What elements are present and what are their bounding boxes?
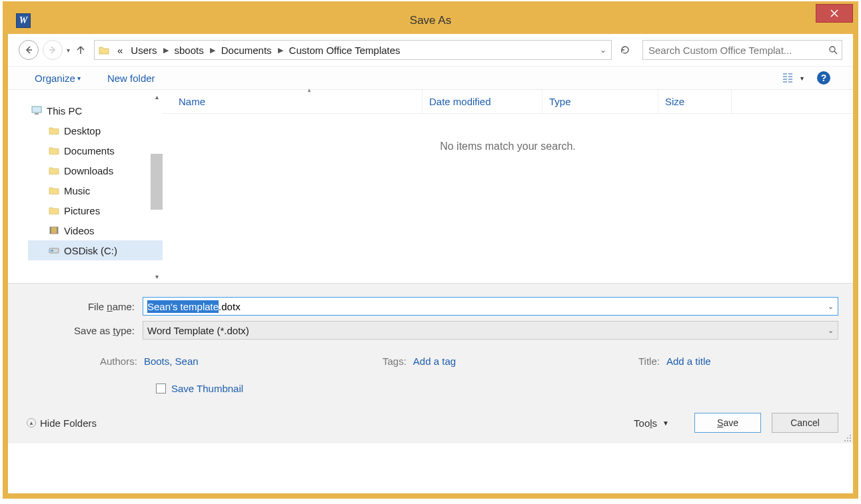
- back-button[interactable]: [19, 40, 39, 60]
- col-date[interactable]: Date modified: [423, 90, 542, 113]
- title-label: Title:: [638, 356, 660, 367]
- svg-rect-9: [32, 107, 41, 113]
- sidebar: This PC Desktop Documents Downloads Musi…: [8, 90, 163, 283]
- tree-label: Desktop: [64, 125, 101, 136]
- saveastype-value: Word Template (*.dotx): [147, 325, 249, 336]
- word-app-icon: [16, 13, 31, 28]
- svg-rect-15: [51, 250, 53, 252]
- pc-icon: [31, 105, 43, 117]
- breadcrumb-templates[interactable]: Custom Office Templates: [285, 45, 405, 56]
- scroll-thumb[interactable]: [151, 154, 163, 210]
- filename-label: File name:: [23, 301, 143, 312]
- nav-row: ▾ « Users ▶ sboots ▶ Documents ▶ Custom …: [8, 34, 853, 66]
- breadcrumb-prefix: «: [113, 45, 127, 56]
- tree-documents[interactable]: Documents: [28, 140, 163, 160]
- empty-message: No items match your search.: [163, 114, 853, 283]
- scroll-down-icon[interactable]: ▾: [151, 270, 163, 283]
- sidebar-scrollbar[interactable]: ▴ ▾: [151, 90, 163, 283]
- column-headers: ▲Name Date modified Type Size: [163, 90, 853, 114]
- search-input[interactable]: [647, 44, 828, 57]
- toolbar: Organize▾ New folder ▾ ?: [8, 66, 853, 90]
- refresh-button[interactable]: [616, 40, 634, 60]
- save-as-dialog: Save As ▾ « Users ▶ sboots ▶ Documents ▶…: [3, 1, 858, 499]
- search-icon: [828, 45, 838, 55]
- col-type[interactable]: Type: [542, 90, 658, 113]
- tree-desktop[interactable]: Desktop: [28, 121, 163, 140]
- main-area: This PC Desktop Documents Downloads Musi…: [8, 90, 853, 283]
- col-size[interactable]: Size: [658, 90, 732, 113]
- tree-label: Videos: [64, 225, 95, 236]
- saveastype-label: Save as type:: [23, 325, 143, 336]
- dropdown-icon[interactable]: ⌄: [828, 326, 834, 335]
- breadcrumb-documents[interactable]: Documents: [217, 45, 276, 56]
- breadcrumb-users[interactable]: Users: [127, 45, 161, 56]
- authors-value[interactable]: Boots, Sean: [144, 356, 199, 367]
- window-title: Save As: [8, 14, 853, 27]
- scroll-up-icon[interactable]: ▴: [151, 90, 163, 103]
- tree-label: Music: [64, 185, 90, 196]
- resize-grip[interactable]: [843, 433, 852, 443]
- search-box[interactable]: [642, 40, 842, 60]
- save-button[interactable]: Save: [694, 413, 761, 433]
- folder-icon: [48, 164, 60, 176]
- breadcrumb-sboots[interactable]: sboots: [171, 45, 208, 56]
- tree-pictures[interactable]: Pictures: [28, 200, 163, 220]
- folder-icon: [48, 125, 60, 136]
- tree-osdisk[interactable]: OSDisk (C:): [28, 240, 163, 260]
- chevron-right-icon: ▶: [276, 46, 285, 55]
- tree-label: Pictures: [64, 205, 100, 216]
- col-name[interactable]: ▲Name: [163, 90, 423, 113]
- filename-input[interactable]: Sean's template.dotx ⌄: [143, 297, 838, 316]
- metadata-row: Authors:Boots, Sean Tags:Add a tag Title…: [23, 345, 838, 371]
- titlebar: Save As: [8, 7, 853, 34]
- close-button[interactable]: [816, 4, 853, 23]
- tree-label: Downloads: [64, 165, 113, 176]
- address-bar[interactable]: « Users ▶ sboots ▶ Documents ▶ Custom Of…: [94, 40, 612, 60]
- tree-downloads[interactable]: Downloads: [28, 160, 163, 180]
- folder-icon: [48, 204, 60, 216]
- filename-dropdown-icon[interactable]: ⌄: [828, 302, 834, 311]
- tree-videos[interactable]: Videos: [28, 220, 163, 240]
- save-thumbnail-label[interactable]: Save Thumbnail: [171, 383, 243, 394]
- tree-label: OSDisk (C:): [64, 245, 117, 256]
- organize-button[interactable]: Organize▾: [31, 71, 85, 86]
- forward-button[interactable]: [43, 40, 63, 60]
- saveastype-select[interactable]: Word Template (*.dotx) ⌄: [143, 321, 838, 340]
- save-thumbnail-checkbox[interactable]: [156, 383, 166, 393]
- folder-icon: [48, 184, 60, 196]
- chevron-right-icon: ▶: [208, 46, 217, 55]
- filename-suffix: .dotx: [219, 301, 241, 312]
- cancel-button[interactable]: Cancel: [772, 413, 838, 433]
- folder-icon: [97, 43, 111, 57]
- svg-rect-13: [57, 227, 58, 234]
- new-folder-button[interactable]: New folder: [103, 71, 159, 86]
- sort-asc-icon: ▲: [307, 87, 312, 93]
- drive-icon: [48, 244, 60, 256]
- svg-rect-10: [35, 113, 39, 115]
- view-options-button[interactable]: ▾: [783, 73, 804, 83]
- file-list: ▲Name Date modified Type Size No items m…: [163, 90, 853, 283]
- hide-folders-toggle[interactable]: ▲ Hide Folders: [27, 417, 97, 429]
- help-button[interactable]: ?: [817, 71, 830, 85]
- history-dropdown-icon[interactable]: ▾: [67, 47, 70, 54]
- svg-rect-12: [50, 227, 51, 234]
- tags-label: Tags:: [383, 356, 407, 367]
- bottom-panel: File name: Sean's template.dotx ⌄ Save a…: [8, 283, 853, 443]
- address-dropdown-icon[interactable]: ⌄: [595, 45, 611, 55]
- tree-music[interactable]: Music: [28, 180, 163, 200]
- authors-label: Authors:: [100, 356, 137, 367]
- tree-label: This PC: [47, 105, 82, 117]
- tools-menu[interactable]: Tools▼: [634, 417, 669, 429]
- hide-folders-label: Hide Folders: [40, 417, 97, 429]
- title-value[interactable]: Add a title: [666, 356, 711, 367]
- filename-selected: Sean's template: [147, 300, 219, 313]
- tree-label: Documents: [64, 145, 115, 156]
- videos-icon: [48, 224, 60, 236]
- tags-value[interactable]: Add a tag: [413, 356, 456, 367]
- up-button[interactable]: [74, 45, 87, 55]
- chevron-right-icon: ▶: [161, 46, 171, 55]
- tree-this-pc[interactable]: This PC: [28, 101, 163, 121]
- chevron-up-icon: ▲: [27, 418, 36, 427]
- folder-icon: [48, 144, 60, 156]
- svg-point-0: [830, 47, 835, 52]
